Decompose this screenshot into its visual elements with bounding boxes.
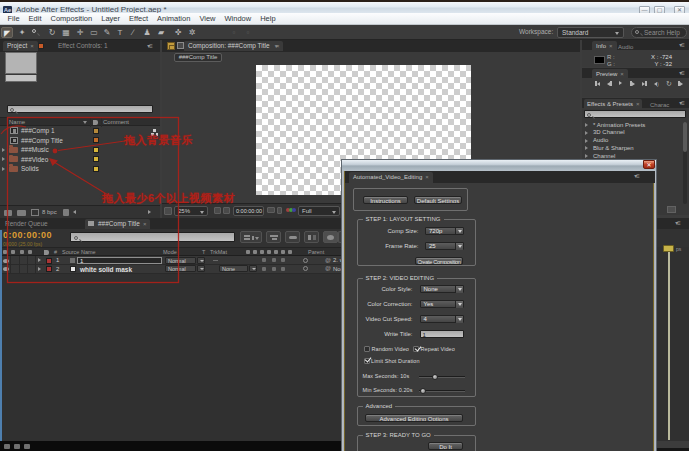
timeline-search-input[interactable] bbox=[70, 232, 235, 242]
mode-dropdown[interactable]: Normal bbox=[165, 257, 196, 264]
min-seconds-slider[interactable] bbox=[419, 390, 465, 392]
layer-name-edit-field[interactable]: 1 bbox=[77, 257, 162, 264]
project-search-input[interactable] bbox=[7, 105, 153, 113]
panel-menu-icon[interactable]: ▾≡ bbox=[676, 42, 687, 49]
switch-icon[interactable] bbox=[272, 267, 276, 271]
project-item-name[interactable]: ###Video bbox=[21, 156, 48, 163]
frame-blending-icon[interactable] bbox=[304, 231, 319, 243]
expander-icon[interactable] bbox=[2, 157, 5, 161]
project-item-name[interactable]: ###Comp Title bbox=[21, 137, 63, 144]
snapshot-icon[interactable] bbox=[267, 207, 275, 213]
pickwhip-icon[interactable]: @ bbox=[325, 257, 331, 263]
slider-thumb[interactable] bbox=[432, 374, 438, 380]
label-color-chip[interactable] bbox=[46, 266, 52, 272]
taskbar-icon[interactable] bbox=[24, 444, 30, 449]
current-time-indicator-line[interactable] bbox=[668, 252, 670, 440]
always-preview-icon[interactable] bbox=[164, 207, 172, 215]
zoom-dropdown[interactable]: 25% bbox=[174, 206, 208, 216]
safe-margins-icon[interactable] bbox=[214, 207, 221, 214]
layer-name[interactable]: white solid mask bbox=[80, 266, 132, 273]
effects-search-input[interactable] bbox=[584, 110, 686, 118]
close-icon[interactable]: × bbox=[425, 174, 429, 180]
advanced-editing-options-button[interactable]: Advanced Editing Options bbox=[365, 414, 463, 422]
dialog-title-bar[interactable] bbox=[342, 160, 656, 171]
do-it-button[interactable]: Do It bbox=[428, 442, 463, 450]
menu-item[interactable]: Edit bbox=[24, 13, 46, 24]
tab-preview[interactable]: Preview× bbox=[592, 69, 628, 79]
project-item-solids[interactable]: Solids bbox=[0, 164, 160, 174]
comp-mini-flowchart-icon[interactable] bbox=[240, 231, 262, 243]
switch-icon[interactable] bbox=[303, 266, 308, 271]
label-color-chip[interactable] bbox=[93, 128, 99, 134]
play-button[interactable] bbox=[619, 81, 622, 85]
comp-size-dropdown[interactable]: 720p bbox=[425, 227, 464, 235]
source-name-column-header[interactable]: Source Name bbox=[62, 249, 96, 255]
switch-icon[interactable] bbox=[272, 258, 276, 262]
motion-blur-icon[interactable] bbox=[323, 231, 338, 243]
dialog-tab[interactable]: Automated_Video_Editing× bbox=[349, 172, 433, 183]
hand-tool-icon[interactable]: ✦ bbox=[16, 27, 28, 38]
effects-category-row[interactable]: 3D Channel bbox=[582, 129, 689, 137]
tab-render-queue[interactable]: Render Queue bbox=[5, 219, 48, 229]
brush-tool-icon[interactable]: ∕ bbox=[127, 27, 139, 38]
ram-preview-button[interactable] bbox=[678, 81, 683, 86]
project-item-name[interactable]: ###Music bbox=[21, 146, 49, 153]
eraser-tool-icon[interactable]: ▰ bbox=[155, 27, 167, 38]
panel-menu-icon[interactable]: ▾≡ bbox=[676, 70, 687, 77]
region-of-interest-icon[interactable] bbox=[223, 207, 230, 214]
zoom-tool-icon[interactable] bbox=[29, 27, 41, 38]
menu-item[interactable]: File bbox=[3, 13, 24, 24]
comp-breadcrumb-button[interactable]: ###Comp Title bbox=[174, 53, 222, 62]
camera-tool-icon[interactable]: ▦ bbox=[60, 27, 72, 38]
resolution-dropdown[interactable]: Full bbox=[298, 206, 340, 216]
project-item--video[interactable]: ###Video bbox=[0, 155, 160, 165]
max-seconds-slider[interactable] bbox=[419, 376, 465, 378]
panel-menu-icon[interactable]: ▾≡ bbox=[144, 43, 155, 50]
tab-audio[interactable]: Audio bbox=[618, 42, 633, 52]
scroll-left-icon[interactable] bbox=[73, 210, 76, 214]
tab-project[interactable]: Project× bbox=[3, 41, 38, 51]
project-item-name[interactable]: ###Comp 1 bbox=[21, 127, 55, 134]
label-color-chip[interactable] bbox=[93, 147, 99, 153]
number-column-header[interactable]: # bbox=[54, 249, 57, 255]
close-icon[interactable]: × bbox=[143, 221, 147, 227]
tab-composition[interactable]: Composition: ###Comp Title▼ bbox=[184, 41, 283, 51]
puppet-tool-icon[interactable]: ✜ bbox=[172, 27, 184, 38]
project-settings-icon[interactable] bbox=[31, 209, 39, 216]
panel-menu-icon[interactable]: ▾≡ bbox=[676, 100, 687, 107]
audio-button[interactable]: ) bbox=[654, 81, 659, 87]
trkmat-dropdown[interactable]: None bbox=[219, 265, 248, 272]
rotation-tool-icon[interactable]: ↻ bbox=[46, 27, 58, 38]
draft-3d-icon[interactable] bbox=[266, 231, 281, 243]
slider-thumb[interactable] bbox=[420, 388, 426, 394]
effects-scrollbar-thumb[interactable] bbox=[683, 122, 687, 152]
chevron-down-icon[interactable] bbox=[249, 265, 257, 272]
column-comment[interactable]: Comment bbox=[103, 119, 129, 125]
random-video-checkbox[interactable] bbox=[364, 346, 370, 352]
switch-icon[interactable] bbox=[262, 267, 266, 271]
effects-category-row[interactable]: Audio bbox=[582, 137, 689, 145]
label-color-chip[interactable] bbox=[93, 156, 99, 162]
expander-icon[interactable] bbox=[2, 167, 5, 171]
repeat-video-checkbox[interactable] bbox=[413, 346, 419, 352]
selection-tool-icon[interactable]: ◤ bbox=[1, 27, 13, 38]
taskbar-icon[interactable] bbox=[14, 444, 20, 449]
menu-item[interactable]: Composition bbox=[46, 13, 97, 24]
menu-item[interactable]: Effect bbox=[124, 13, 152, 24]
project-item-name[interactable]: Solids bbox=[21, 165, 39, 172]
eye-icon[interactable] bbox=[3, 259, 9, 263]
expander-icon[interactable] bbox=[585, 131, 588, 135]
close-icon[interactable]: × bbox=[30, 43, 34, 49]
tab-effect-controls[interactable]: Effect Controls: 1 bbox=[58, 41, 108, 51]
panel-menu-icon[interactable]: ▾≡ bbox=[631, 173, 642, 180]
switch-icon[interactable] bbox=[262, 258, 266, 262]
comp-flowchart-icon[interactable] bbox=[177, 42, 184, 49]
search-help-input[interactable]: Search Help bbox=[631, 27, 687, 38]
chevron-down-icon[interactable] bbox=[197, 257, 205, 264]
chevron-down-icon[interactable] bbox=[197, 265, 205, 272]
expander-icon[interactable] bbox=[38, 258, 41, 262]
expander-icon[interactable] bbox=[585, 146, 588, 150]
show-snapshot-icon[interactable] bbox=[277, 207, 282, 214]
mode-column-header[interactable]: Mode bbox=[163, 249, 177, 255]
trash-icon[interactable] bbox=[63, 209, 69, 216]
